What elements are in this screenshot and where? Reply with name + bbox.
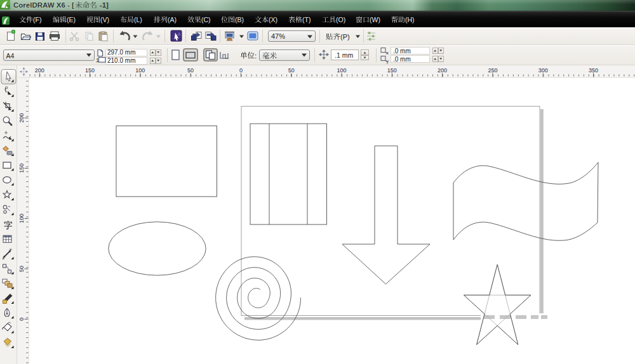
svg-text:(X): (X) (269, 16, 277, 23)
svg-text:300: 300 (538, 67, 548, 74)
svg-text:100: 100 (337, 67, 346, 74)
svg-text:.0 mm: .0 mm (393, 48, 411, 55)
svg-text:(A): (A) (168, 16, 177, 23)
svg-text:.1 mm: .1 mm (335, 51, 353, 59)
svg-text:350: 350 (589, 67, 598, 74)
svg-text:297.0 mm: 297.0 mm (107, 49, 135, 56)
svg-text:(C): (C) (201, 16, 211, 23)
svg-text:150: 150 (18, 164, 25, 173)
svg-text:200: 200 (438, 67, 447, 74)
svg-text:.0 mm: .0 mm (393, 56, 411, 63)
svg-text:150: 150 (387, 67, 397, 74)
svg-text:0: 0 (239, 67, 243, 74)
svg-text:50: 50 (187, 67, 194, 74)
svg-text:(W): (W) (370, 16, 380, 23)
svg-text:200: 200 (35, 67, 44, 74)
svg-text:250: 250 (488, 67, 497, 74)
svg-text:(O): (O) (336, 16, 345, 23)
svg-text:210.0 mm: 210.0 mm (107, 57, 135, 64)
svg-text:(T): (T) (302, 16, 311, 23)
svg-text:CorelDRAW X6 - [: CorelDRAW X6 - [ (13, 1, 74, 9)
svg-text:(F): (F) (33, 16, 41, 23)
svg-text:(B): (B) (235, 16, 244, 23)
svg-text:150: 150 (85, 67, 95, 74)
svg-text:50: 50 (18, 266, 25, 272)
svg-text:-1]: -1] (100, 1, 109, 9)
svg-text:(V): (V) (100, 16, 109, 23)
svg-text:x: x (387, 51, 389, 55)
svg-text:y: y (387, 59, 389, 64)
svg-text:(H): (H) (405, 16, 415, 23)
svg-text:(L): (L) (134, 16, 142, 23)
svg-text:(E): (E) (67, 16, 76, 23)
svg-text:200: 200 (18, 113, 25, 122)
svg-text:0: 0 (18, 318, 25, 321)
svg-text:100: 100 (18, 214, 25, 223)
svg-text:100: 100 (135, 67, 145, 74)
svg-text::: : (255, 52, 257, 60)
svg-text:(P): (P) (340, 33, 350, 41)
svg-text:47%: 47% (271, 32, 285, 40)
svg-text:50: 50 (288, 67, 295, 74)
svg-text:A4: A4 (6, 52, 15, 60)
